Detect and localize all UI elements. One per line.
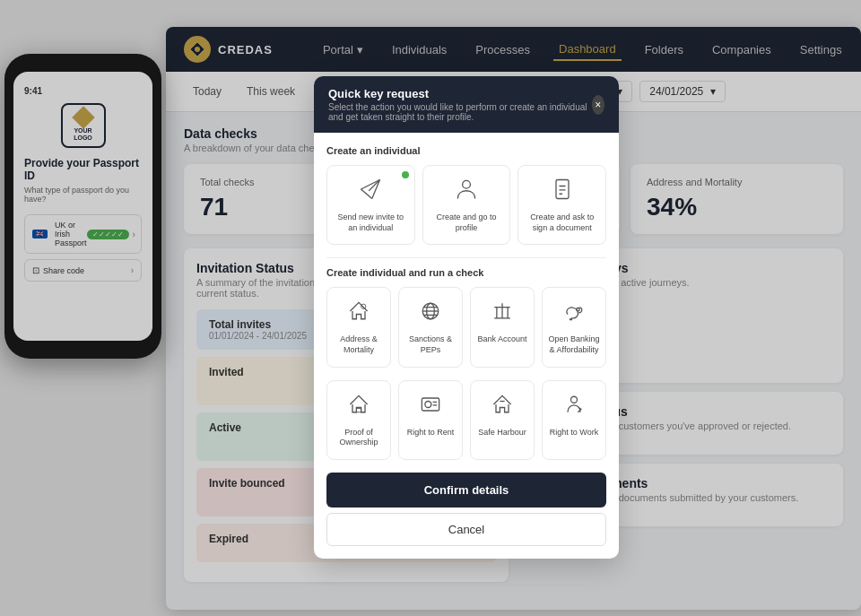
- bank-icon: [490, 299, 515, 329]
- harbour-icon: [490, 392, 515, 422]
- svg-point-6: [463, 180, 471, 188]
- address-mortality-label: Address & Mortality: [333, 334, 385, 355]
- svg-line-5: [370, 180, 380, 191]
- safe-harbour-label: Safe Harbour: [478, 428, 526, 438]
- send-invite-button[interactable]: Send new invite to an individual: [326, 165, 415, 245]
- work-icon: [561, 392, 587, 422]
- person-id-icon: [418, 392, 443, 422]
- sanctions-peps-button[interactable]: Sanctions & PEPs: [398, 287, 463, 367]
- right-to-rent-button[interactable]: Right to Rent: [398, 380, 463, 460]
- create-individual-grid: Send new invite to an individual Create …: [326, 165, 606, 245]
- create-sign-document-button[interactable]: Create and ask to sign a document: [517, 165, 606, 245]
- proof-ownership-label: Proof of Ownership: [333, 428, 385, 448]
- modal-header-content: Quick key request Select the action you …: [328, 87, 592, 122]
- open-banking-label: Open Banking & Affordability: [548, 334, 600, 355]
- modal-title: Quick key request: [328, 87, 592, 100]
- piggy-icon: [561, 299, 587, 329]
- proof-ownership-button[interactable]: Proof of Ownership: [326, 380, 391, 460]
- bank-account-label: Bank Account: [477, 334, 526, 345]
- svg-point-26: [425, 401, 431, 407]
- create-run-check-title: Create individual and run a check: [326, 267, 606, 278]
- svg-line-4: [361, 189, 372, 199]
- right-to-work-button[interactable]: Right to Work: [542, 380, 606, 460]
- bank-account-button[interactable]: Bank Account: [470, 287, 535, 367]
- modal-divider: [326, 257, 606, 258]
- modal-body: Create an individual Send new invite to …: [314, 133, 619, 559]
- check-options-row1: Address & Mortality Sanctions & PEPs: [326, 287, 606, 367]
- active-dot: [402, 171, 409, 178]
- create-go-profile-label: Create and go to profile: [429, 213, 505, 233]
- create-go-profile-button[interactable]: Create and go to profile: [422, 165, 511, 245]
- cancel-button[interactable]: Cancel: [326, 513, 606, 546]
- svg-rect-7: [556, 180, 569, 199]
- send-icon: [358, 177, 383, 207]
- create-sign-label: Create and ask to sign a document: [524, 213, 600, 233]
- create-individual-title: Create an individual: [326, 145, 606, 156]
- check-options-row2: Proof of Ownership Right to Rent: [326, 380, 606, 460]
- quick-key-modal: Quick key request Select the action you …: [314, 76, 619, 559]
- safe-harbour-button[interactable]: Safe Harbour: [470, 380, 535, 460]
- modal-header: Quick key request Select the action you …: [314, 76, 619, 133]
- open-banking-button[interactable]: Open Banking & Affordability: [542, 287, 606, 367]
- globe-icon: [418, 299, 443, 329]
- svg-rect-24: [356, 408, 361, 412]
- ownership-icon: [346, 392, 371, 422]
- house-icon: [346, 299, 371, 329]
- document-icon: [550, 177, 575, 207]
- confirm-button[interactable]: Confirm details: [326, 473, 606, 508]
- sanctions-peps-label: Sanctions & PEPs: [404, 334, 457, 355]
- svg-point-30: [571, 396, 578, 403]
- send-invite-label: Send new invite to an individual: [333, 213, 409, 233]
- person-icon: [454, 177, 479, 207]
- modal-subtitle: Select the action you would like to perf…: [328, 102, 592, 122]
- right-to-rent-label: Right to Rent: [407, 428, 455, 438]
- right-to-work-label: Right to Work: [550, 428, 598, 438]
- address-mortality-button[interactable]: Address & Mortality: [326, 287, 391, 367]
- modal-close-button[interactable]: ×: [592, 95, 604, 115]
